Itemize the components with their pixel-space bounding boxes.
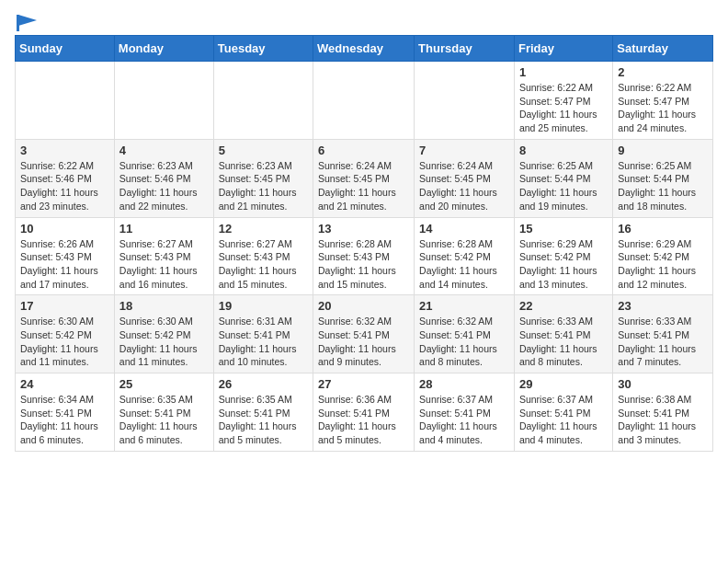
day-number: 4 — [119, 144, 209, 157]
day-info: Sunrise: 6:30 AM Sunset: 5:42 PM Dayligh… — [119, 315, 209, 369]
day-info: Sunrise: 6:32 AM Sunset: 5:41 PM Dayligh… — [419, 315, 509, 369]
day-number: 29 — [519, 377, 608, 391]
day-info: Sunrise: 6:28 AM Sunset: 5:42 PM Dayligh… — [419, 237, 509, 292]
day-info: Sunrise: 6:37 AM Sunset: 5:41 PM Dayligh… — [519, 393, 608, 447]
calendar-cell: 3Sunrise: 6:22 AM Sunset: 5:46 PM Daylig… — [16, 139, 115, 217]
day-number: 5 — [219, 144, 308, 157]
calendar-cell: 12Sunrise: 6:27 AM Sunset: 5:43 PM Dayli… — [213, 217, 313, 295]
calendar-cell: 25Sunrise: 6:35 AM Sunset: 5:41 PM Dayli… — [114, 373, 213, 452]
day-info: Sunrise: 6:22 AM Sunset: 5:47 PM Dayligh… — [519, 81, 608, 135]
day-number: 30 — [618, 377, 708, 391]
day-number: 22 — [519, 299, 608, 313]
calendar-cell — [213, 62, 313, 140]
day-number: 3 — [20, 144, 109, 157]
calendar-header-sunday: Sunday — [16, 36, 115, 62]
calendar-header-thursday: Thursday — [415, 36, 515, 62]
day-number: 26 — [219, 377, 308, 391]
calendar-cell — [114, 62, 213, 140]
logo — [15, 15, 37, 28]
day-number: 28 — [419, 377, 509, 391]
day-number: 23 — [618, 299, 708, 313]
day-info: Sunrise: 6:35 AM Sunset: 5:41 PM Dayligh… — [219, 393, 308, 447]
calendar-cell: 9Sunrise: 6:25 AM Sunset: 5:44 PM Daylig… — [613, 139, 713, 217]
day-info: Sunrise: 6:37 AM Sunset: 5:41 PM Dayligh… — [419, 393, 509, 447]
day-info: Sunrise: 6:27 AM Sunset: 5:43 PM Dayligh… — [119, 237, 209, 292]
calendar-cell: 5Sunrise: 6:23 AM Sunset: 5:45 PM Daylig… — [213, 139, 313, 217]
day-number: 7 — [419, 144, 509, 157]
calendar-cell: 23Sunrise: 6:33 AM Sunset: 5:41 PM Dayli… — [613, 295, 713, 373]
calendar-cell: 26Sunrise: 6:35 AM Sunset: 5:41 PM Dayli… — [213, 373, 313, 452]
day-info: Sunrise: 6:23 AM Sunset: 5:45 PM Dayligh… — [219, 159, 308, 213]
day-number: 20 — [318, 299, 409, 313]
calendar-header-saturday: Saturday — [613, 36, 713, 62]
day-number: 18 — [119, 299, 209, 313]
calendar-header-tuesday: Tuesday — [213, 36, 313, 62]
day-number: 9 — [618, 144, 708, 157]
day-number: 15 — [519, 222, 608, 236]
calendar-week-row: 3Sunrise: 6:22 AM Sunset: 5:46 PM Daylig… — [16, 139, 713, 217]
day-info: Sunrise: 6:22 AM Sunset: 5:46 PM Dayligh… — [20, 159, 109, 213]
calendar-week-row: 24Sunrise: 6:34 AM Sunset: 5:41 PM Dayli… — [16, 373, 713, 452]
calendar-cell: 10Sunrise: 6:26 AM Sunset: 5:43 PM Dayli… — [16, 217, 115, 295]
day-info: Sunrise: 6:29 AM Sunset: 5:42 PM Dayligh… — [519, 237, 608, 292]
calendar-cell: 6Sunrise: 6:24 AM Sunset: 5:45 PM Daylig… — [313, 139, 415, 217]
day-number: 11 — [119, 222, 209, 236]
day-number: 6 — [318, 144, 409, 157]
calendar-cell: 19Sunrise: 6:31 AM Sunset: 5:41 PM Dayli… — [213, 295, 313, 373]
calendar-cell — [16, 62, 115, 140]
calendar-cell: 24Sunrise: 6:34 AM Sunset: 5:41 PM Dayli… — [16, 373, 115, 452]
calendar-header-row: SundayMondayTuesdayWednesdayThursdayFrid… — [16, 36, 713, 62]
svg-marker-0 — [18, 15, 37, 26]
day-info: Sunrise: 6:25 AM Sunset: 5:44 PM Dayligh… — [519, 159, 608, 213]
calendar-cell: 7Sunrise: 6:24 AM Sunset: 5:45 PM Daylig… — [415, 139, 515, 217]
day-number: 21 — [419, 299, 509, 313]
svg-rect-1 — [17, 15, 19, 31]
day-number: 16 — [618, 222, 708, 236]
day-info: Sunrise: 6:35 AM Sunset: 5:41 PM Dayligh… — [119, 393, 209, 447]
calendar-cell: 18Sunrise: 6:30 AM Sunset: 5:42 PM Dayli… — [114, 295, 213, 373]
day-info: Sunrise: 6:34 AM Sunset: 5:41 PM Dayligh… — [20, 393, 109, 447]
calendar-cell: 4Sunrise: 6:23 AM Sunset: 5:46 PM Daylig… — [114, 139, 213, 217]
day-info: Sunrise: 6:29 AM Sunset: 5:42 PM Dayligh… — [618, 237, 708, 292]
calendar-cell: 29Sunrise: 6:37 AM Sunset: 5:41 PM Dayli… — [514, 373, 612, 452]
day-info: Sunrise: 6:23 AM Sunset: 5:46 PM Dayligh… — [119, 159, 209, 213]
day-number: 27 — [318, 377, 409, 391]
day-number: 24 — [20, 377, 109, 391]
day-info: Sunrise: 6:27 AM Sunset: 5:43 PM Dayligh… — [219, 237, 308, 292]
day-number: 10 — [20, 222, 109, 236]
day-info: Sunrise: 6:31 AM Sunset: 5:41 PM Dayligh… — [219, 315, 308, 369]
day-info: Sunrise: 6:32 AM Sunset: 5:41 PM Dayligh… — [318, 315, 409, 369]
calendar-header-wednesday: Wednesday — [313, 36, 415, 62]
day-info: Sunrise: 6:24 AM Sunset: 5:45 PM Dayligh… — [419, 159, 509, 213]
calendar-cell: 16Sunrise: 6:29 AM Sunset: 5:42 PM Dayli… — [613, 217, 713, 295]
calendar-cell: 1Sunrise: 6:22 AM Sunset: 5:47 PM Daylig… — [514, 62, 612, 140]
calendar-header-monday: Monday — [114, 36, 213, 62]
header — [15, 15, 713, 28]
calendar-cell: 15Sunrise: 6:29 AM Sunset: 5:42 PM Dayli… — [514, 217, 612, 295]
calendar-week-row: 10Sunrise: 6:26 AM Sunset: 5:43 PM Dayli… — [16, 217, 713, 295]
day-number: 14 — [419, 222, 509, 236]
calendar-cell: 22Sunrise: 6:33 AM Sunset: 5:41 PM Dayli… — [514, 295, 612, 373]
calendar-week-row: 17Sunrise: 6:30 AM Sunset: 5:42 PM Dayli… — [16, 295, 713, 373]
calendar-cell: 13Sunrise: 6:28 AM Sunset: 5:43 PM Dayli… — [313, 217, 415, 295]
calendar-cell: 17Sunrise: 6:30 AM Sunset: 5:42 PM Dayli… — [16, 295, 115, 373]
calendar-week-row: 1Sunrise: 6:22 AM Sunset: 5:47 PM Daylig… — [16, 62, 713, 140]
calendar-cell: 20Sunrise: 6:32 AM Sunset: 5:41 PM Dayli… — [313, 295, 415, 373]
calendar-cell: 14Sunrise: 6:28 AM Sunset: 5:42 PM Dayli… — [415, 217, 515, 295]
calendar-header-friday: Friday — [514, 36, 612, 62]
calendar-cell: 2Sunrise: 6:22 AM Sunset: 5:47 PM Daylig… — [613, 62, 713, 140]
day-info: Sunrise: 6:25 AM Sunset: 5:44 PM Dayligh… — [618, 159, 708, 213]
day-info: Sunrise: 6:36 AM Sunset: 5:41 PM Dayligh… — [318, 393, 409, 447]
logo-flag-icon — [17, 15, 37, 31]
calendar-cell: 11Sunrise: 6:27 AM Sunset: 5:43 PM Dayli… — [114, 217, 213, 295]
day-number: 1 — [519, 65, 608, 79]
day-number: 19 — [219, 299, 308, 313]
calendar-cell — [415, 62, 515, 140]
day-number: 25 — [119, 377, 209, 391]
day-info: Sunrise: 6:33 AM Sunset: 5:41 PM Dayligh… — [618, 315, 708, 369]
day-number: 12 — [219, 222, 308, 236]
day-info: Sunrise: 6:33 AM Sunset: 5:41 PM Dayligh… — [519, 315, 608, 369]
day-number: 17 — [20, 299, 109, 313]
day-info: Sunrise: 6:22 AM Sunset: 5:47 PM Dayligh… — [618, 81, 708, 135]
calendar-cell: 8Sunrise: 6:25 AM Sunset: 5:44 PM Daylig… — [514, 139, 612, 217]
